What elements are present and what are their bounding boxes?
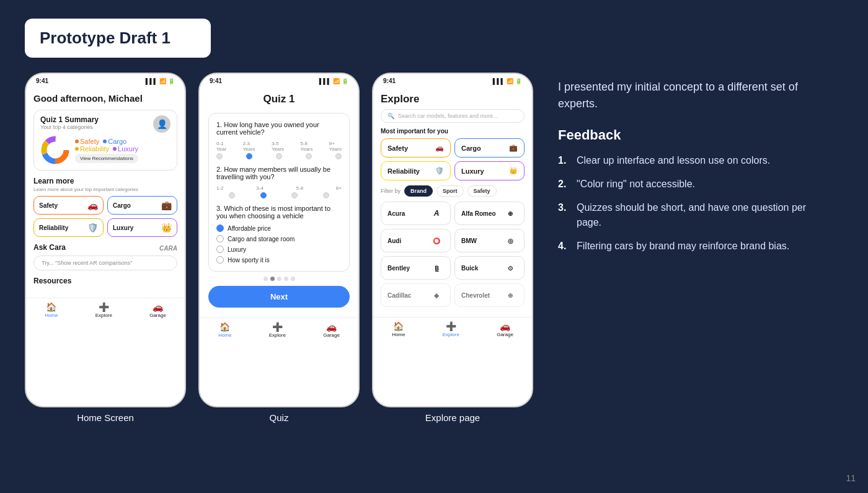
signal-icon: ▌▌▌ xyxy=(146,78,157,84)
cat-reliability[interactable]: Reliability 🛡️ xyxy=(33,218,104,237)
legend-reliability: Reliability xyxy=(75,145,109,153)
cat-luxury[interactable]: Luxury 👑 xyxy=(107,218,177,237)
legend-safety: Safety xyxy=(75,138,99,145)
slider2-dot-0[interactable] xyxy=(229,192,235,198)
slider-dot-3[interactable] xyxy=(306,153,312,159)
radio-label-3: How sporty it is xyxy=(228,257,270,264)
explore-status-bar: 9:41 ▌▌▌ 📶 🔋 xyxy=(373,74,532,88)
slider2-dot-2[interactable] xyxy=(291,192,298,198)
imp-luxury[interactable]: Luxury 👑 xyxy=(454,161,525,180)
slider2-dot-3[interactable] xyxy=(323,192,329,198)
slider-dot-0[interactable] xyxy=(216,153,223,159)
brand-alfa[interactable]: Alfa Romeo ⊕ xyxy=(454,202,525,225)
slider-labels-1: 0-1Year 2-3Years 3-5Years 5-8Years 8+Yea… xyxy=(216,141,342,152)
quiz-phone-body: Quiz 1 1. How long have you owned your c… xyxy=(200,88,358,313)
ask-cara-section: Ask Cara CARA Try... "Show recent AR com… xyxy=(33,243,177,270)
cat-safety[interactable]: Safety 🚗 xyxy=(33,196,104,215)
explore-search-bar[interactable]: 🔍 Search car models, features and more..… xyxy=(381,109,525,123)
reliability-label: Reliability xyxy=(80,145,109,153)
intro-text: I presented my initial concept to a diff… xyxy=(558,79,831,112)
brand-chevrolet[interactable]: Chevrolet ⊕ xyxy=(454,283,525,307)
brand-grid: Acura A Alfa Romeo ⊕ Audi ⭕ BMW xyxy=(381,202,525,307)
reliability-dot xyxy=(75,147,79,151)
quiz-nav-explore[interactable]: ➕ Explore xyxy=(269,322,286,338)
quiz-question-1: 1. How long have you owned your current … xyxy=(216,121,342,136)
slider-labels-2: 1-2 3-4 5-8 8+ xyxy=(216,185,342,191)
radio-luxury[interactable]: Luxury xyxy=(216,246,342,253)
prog-dot-4 xyxy=(291,277,295,281)
quiz-explore-icon: ➕ xyxy=(272,322,283,332)
cargo-label: Cargo xyxy=(108,138,126,145)
battery-icon: 🔋 xyxy=(168,78,175,84)
legend: Safety Cargo xyxy=(75,138,138,163)
prog-dot-0 xyxy=(264,277,268,281)
greeting-text: Good afternoon, Michael xyxy=(33,93,177,104)
imp-cargo[interactable]: Cargo 💼 xyxy=(454,138,525,158)
quiz-summary-title: Quiz 1 Summary xyxy=(40,115,99,124)
slider-dot-4[interactable] xyxy=(335,153,342,159)
brand-buick[interactable]: Buick ⊙ xyxy=(454,256,525,280)
radio-affordable[interactable]: Affordable price xyxy=(216,224,342,232)
brand-cadillac-label: Cadillac xyxy=(388,292,411,299)
brand-cadillac[interactable]: Cadillac ◆ xyxy=(381,283,451,307)
explore-nav-garage[interactable]: 🚗 Garage xyxy=(497,321,513,337)
slider2-dot-1[interactable] xyxy=(260,192,267,198)
nav-garage[interactable]: 🚗 Garage xyxy=(149,302,166,318)
quiz-summary-subtitle: Your top 4 categories xyxy=(40,124,99,130)
explore-nav-explore[interactable]: ➕ Explore xyxy=(443,321,459,337)
audi-logo: ⭕ xyxy=(429,233,444,248)
home-nav-label: Home xyxy=(45,313,58,318)
content-row: 9:41 ▌▌▌ 📶 🔋 Good afternoon, Michael Qui… xyxy=(25,73,843,474)
radio-dot-2 xyxy=(216,246,224,253)
category-grid: Safety 🚗 Cargo 💼 Reliability 🛡️ xyxy=(33,196,177,237)
filter-sport[interactable]: Sport xyxy=(436,185,464,197)
imp-reliability-icon: 🛡️ xyxy=(435,167,444,175)
quiz-nav-home[interactable]: 🏠 Home xyxy=(218,322,231,338)
quiz-nav-garage[interactable]: 🚗 Garage xyxy=(323,322,340,338)
brand-audi[interactable]: Audi ⭕ xyxy=(381,229,451,252)
wifi-icon: 📶 xyxy=(159,78,166,84)
filter-brand[interactable]: Brand xyxy=(404,185,433,197)
cat-reliability-label: Reliability xyxy=(39,224,68,231)
prog-dot-2 xyxy=(277,277,281,281)
imp-safety[interactable]: Safety 🚗 xyxy=(381,138,451,158)
quiz-title: Quiz 1 xyxy=(208,93,350,105)
filter-row: Filter by Brand Sport Safety xyxy=(381,185,525,197)
feedback-item-3: 3. Quizzes should be short, and have one… xyxy=(558,200,831,230)
resources-title: Resources xyxy=(33,277,177,285)
explore-phone: 9:41 ▌▌▌ 📶 🔋 Explore 🔍 Search car models… xyxy=(372,73,533,407)
cargo-dot xyxy=(103,140,107,143)
slider-dot-2[interactable] xyxy=(276,153,282,159)
next-button[interactable]: Next xyxy=(208,286,350,308)
ask-cara-input[interactable]: Try... "Show recent AR comparisons" xyxy=(33,255,177,270)
view-recommendations-btn[interactable]: View Recommendations xyxy=(75,154,138,163)
brand-acura[interactable]: Acura A xyxy=(381,202,451,225)
radio-cargo[interactable]: Cargo and storage room xyxy=(216,235,342,242)
explore-nav-home[interactable]: 🏠 Home xyxy=(392,321,405,337)
explore-nav-icon: ➕ xyxy=(99,302,109,312)
brand-bentley[interactable]: Bentley B̲ xyxy=(381,256,451,280)
home-phone: 9:41 ▌▌▌ 📶 🔋 Good afternoon, Michael Qui… xyxy=(25,73,186,407)
nav-explore[interactable]: ➕ Explore xyxy=(95,302,112,318)
brand-acura-label: Acura xyxy=(388,210,405,217)
quiz-question-3: 3. Which of these is most important to y… xyxy=(216,205,342,220)
imp-reliability-label: Reliability xyxy=(388,167,420,175)
quiz-bottom-nav: 🏠 Home ➕ Explore 🚗 Garage xyxy=(200,318,358,342)
exp-explore-icon: ➕ xyxy=(446,321,456,331)
safety-label: Safety xyxy=(80,138,99,145)
slider-dot-1[interactable] xyxy=(246,153,252,159)
imp-reliability[interactable]: Reliability 🛡️ xyxy=(381,161,451,180)
nav-home[interactable]: 🏠 Home xyxy=(45,302,58,318)
filter-safety[interactable]: Safety xyxy=(467,185,497,197)
home-time: 9:41 xyxy=(36,78,48,84)
brand-bmw[interactable]: BMW ◎ xyxy=(454,229,525,252)
radio-sporty[interactable]: How sporty it is xyxy=(216,256,342,264)
feedback-item-1: 1. Clear up interface and lesson use on … xyxy=(558,153,831,168)
cat-cargo[interactable]: Cargo 💼 xyxy=(107,196,177,215)
ask-cara-title: Ask Cara xyxy=(33,243,66,252)
feedback-list: 1. Clear up interface and lesson use on … xyxy=(558,153,831,254)
radio-options: Affordable price Cargo and storage room … xyxy=(216,224,342,264)
exp-explore-label: Explore xyxy=(443,332,459,337)
prog-dot-1 xyxy=(270,277,275,281)
quiz-wifi-icon: 📶 xyxy=(333,78,340,84)
